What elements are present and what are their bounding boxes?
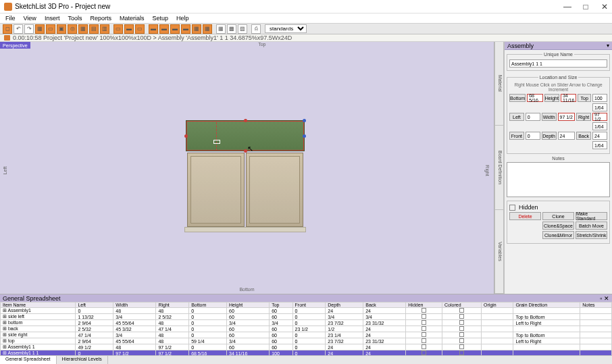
back-input[interactable]: 24 (592, 132, 607, 140)
tab-general-spreadsheet[interactable]: General Spreadsheet (0, 356, 57, 364)
camera-icon[interactable]: ▣ (57, 24, 66, 34)
col-header[interactable]: Top (270, 303, 292, 308)
table-row[interactable]: ⊞ side right47 1/43/44806060023 1/424Top… (1, 332, 612, 338)
depth-input[interactable]: 24 (558, 132, 576, 140)
shade2-icon[interactable]: ▩ (227, 24, 236, 34)
tab-variables[interactable]: Variables (495, 210, 503, 294)
tab-board-def[interactable]: Board Definition (495, 126, 503, 209)
view2-icon[interactable]: ▬ (124, 24, 134, 34)
maximize-button[interactable]: □ (582, 2, 589, 11)
align2-icon[interactable]: ▬ (159, 24, 169, 34)
table-row[interactable]: ⊞ Assembly1 149 1/24897 1/20606002424 (1, 344, 612, 350)
standards-select[interactable]: standards (265, 24, 307, 33)
bottom-button[interactable]: Bottom (509, 94, 526, 102)
batch-move-button[interactable]: Batch Move (576, 222, 607, 230)
minimize-button[interactable]: — (563, 2, 570, 11)
upper-assembly[interactable]: ↖ (186, 120, 305, 151)
inc1-input[interactable]: 1/64 (592, 103, 607, 111)
menu-setup[interactable]: Setup (149, 14, 171, 22)
dim-icon[interactable]: ▤ (89, 24, 99, 34)
width-button[interactable]: Width (542, 113, 557, 121)
undo-icon[interactable]: ↶ (14, 24, 23, 34)
col-header[interactable]: Colored (442, 303, 482, 308)
unique-name-input[interactable]: Assembly1 1 1 (509, 59, 607, 68)
col-header[interactable]: Front (292, 303, 326, 308)
depth-button[interactable]: Depth (542, 132, 557, 140)
clone-mirror-button[interactable]: Clone&Mirror (542, 231, 574, 239)
stretch-button[interactable]: Stretch/Shrink (576, 231, 607, 239)
open-icon[interactable]: ▭ (46, 24, 55, 34)
delete-button[interactable]: Delete (509, 212, 541, 220)
cabinet-right[interactable] (246, 153, 303, 227)
table-row[interactable]: ⊞ Assembly1 1 1097 1/297 1/268 5/1634 11… (1, 350, 612, 356)
cabinet-left[interactable] (187, 153, 245, 227)
perspective-label[interactable]: Perspective (0, 42, 30, 49)
snap-icon[interactable]: ◎ (68, 24, 77, 34)
view3-icon[interactable]: ▭ (135, 24, 145, 34)
spread-pin-icon[interactable]: ▫ ✕ (600, 295, 609, 302)
width-input[interactable]: 97 1/2 (558, 113, 576, 121)
spreadsheet-table[interactable]: Item NameLeftWidthRightBottomHeightTopFr… (0, 302, 612, 355)
tab-hierarchical-levels[interactable]: Hierarchical Levels (57, 356, 108, 364)
right-input[interactable]: 97 1/2 (592, 113, 607, 121)
base-board[interactable] (184, 227, 306, 232)
close-button[interactable]: ✕ (601, 2, 608, 11)
make-standard-button[interactable]: Make Standard (576, 212, 607, 220)
bottom-input[interactable]: 68 5/16 (527, 94, 543, 102)
table-row[interactable]: ⊞ back2 5/3245 3/3247 1/40606023 1/21/22… (1, 326, 612, 332)
top-input[interactable]: 100 (592, 94, 607, 102)
scene-3d[interactable]: ↖ (186, 120, 307, 242)
shade3-icon[interactable]: ▨ (238, 24, 247, 34)
inc3-input[interactable]: 1/64 (592, 141, 607, 149)
tab-material[interactable]: Material (495, 42, 503, 126)
top-button[interactable]: Top (578, 94, 591, 102)
inc2-input[interactable]: 1/64 (592, 122, 607, 130)
col-header[interactable]: Back (363, 303, 406, 308)
align6-icon[interactable]: ▦ (203, 24, 212, 34)
table-row[interactable]: ⊞ side left1 13/323/42 5/320606003/43/4T… (1, 314, 612, 320)
height-input[interactable]: 34 11/16 (561, 94, 577, 102)
save-icon[interactable]: ▦ (35, 24, 45, 34)
mirror-icon[interactable]: ▥ (100, 24, 109, 34)
table-row[interactable]: ⊞ bottom2 9/6445 55/644803/43/4023 7/322… (1, 320, 612, 326)
menu-tools[interactable]: Tools (65, 14, 84, 22)
align4-icon[interactable]: ▬ (181, 24, 190, 34)
col-header[interactable]: Notes (580, 303, 612, 308)
panel-close-icon[interactable]: ▾ (607, 43, 609, 49)
grid-icon[interactable]: ▦ (78, 24, 88, 34)
front-button[interactable]: Front (509, 132, 524, 140)
col-header[interactable]: Depth (326, 303, 363, 308)
table-row[interactable]: ⊞ Assembly1048480606002424 (1, 308, 612, 314)
front-input[interactable]: 0 (526, 132, 540, 140)
clone-space-button[interactable]: Clone&Space (542, 222, 574, 230)
print-icon[interactable]: ⎙ (251, 24, 261, 34)
left-button[interactable]: Left (509, 113, 524, 121)
col-header[interactable]: Left (76, 303, 113, 308)
new-icon[interactable]: ◻ (3, 24, 12, 34)
back-button[interactable]: Back (576, 132, 591, 140)
col-header[interactable]: Width (113, 303, 156, 308)
viewport[interactable]: Perspective Top Left Right ↖ (0, 42, 494, 294)
align5-icon[interactable]: ▦ (192, 24, 201, 34)
shade1-icon[interactable]: ▦ (216, 24, 226, 34)
left-input[interactable]: 0 (526, 113, 540, 121)
clone-button[interactable]: Clone (542, 212, 574, 220)
align1-icon[interactable]: ▬ (149, 24, 158, 34)
redo-icon[interactable]: ↷ (24, 24, 34, 34)
height-button[interactable]: Height (544, 94, 559, 102)
hidden-checkbox[interactable] (509, 205, 515, 211)
menu-materials[interactable]: Materials (117, 14, 147, 22)
menu-help[interactable]: Help (174, 14, 192, 22)
right-button[interactable]: Right (576, 113, 591, 121)
menu-file[interactable]: File (3, 14, 18, 22)
col-header[interactable]: Origin (482, 303, 513, 308)
menu-insert[interactable]: Insert (42, 14, 63, 22)
col-header[interactable]: Height (227, 303, 270, 308)
col-header[interactable]: Item Name (1, 303, 76, 308)
col-header[interactable]: Bottom (189, 303, 227, 308)
col-header[interactable]: Grain Direction (513, 303, 580, 308)
notes-input[interactable] (507, 162, 610, 197)
align3-icon[interactable]: ▬ (170, 24, 180, 34)
menu-reports[interactable]: Reports (87, 14, 114, 22)
menu-view[interactable]: View (21, 14, 39, 22)
